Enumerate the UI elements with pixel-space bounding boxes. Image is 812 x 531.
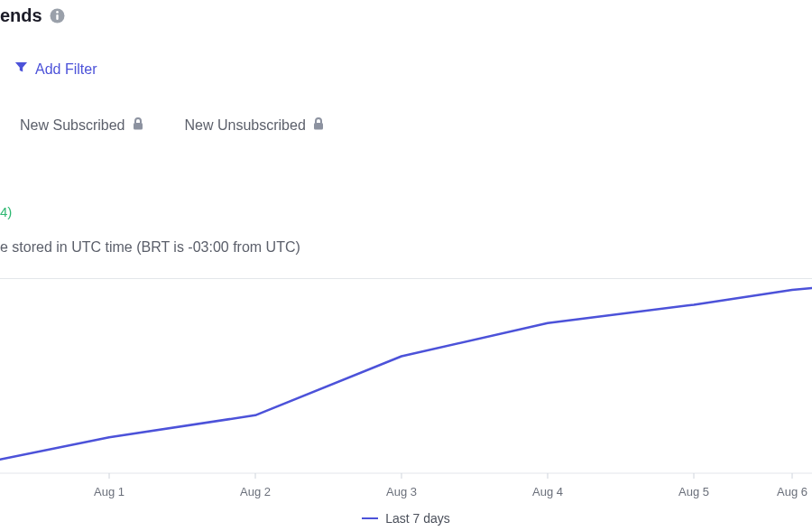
chart-area: Aug 1Aug 2Aug 3Aug 4Aug 5Aug 6 bbox=[0, 278, 812, 488]
chart-legend: Last 7 days bbox=[0, 511, 812, 526]
x-axis-label: Aug 2 bbox=[240, 485, 271, 498]
line-chart bbox=[0, 279, 812, 489]
tab-new-unsubscribed[interactable]: New Unsubscribed bbox=[185, 117, 324, 134]
lock-icon bbox=[313, 117, 324, 134]
svg-rect-1 bbox=[56, 14, 58, 20]
legend-label: Last 7 days bbox=[385, 511, 450, 526]
info-icon[interactable] bbox=[50, 8, 66, 24]
svg-point-2 bbox=[56, 11, 59, 14]
tab-new-subscribed[interactable]: New Subscribed bbox=[20, 117, 143, 134]
filter-icon bbox=[14, 61, 28, 78]
lock-icon bbox=[133, 117, 143, 134]
x-axis-label: Aug 6 bbox=[777, 485, 807, 498]
page-title-text: ends bbox=[0, 5, 42, 26]
add-filter-label: Add Filter bbox=[35, 61, 97, 78]
timezone-note: e stored in UTC time (BRT is -03:00 from… bbox=[0, 239, 812, 256]
svg-rect-4 bbox=[314, 123, 323, 130]
page-title: ends bbox=[0, 0, 812, 26]
svg-rect-3 bbox=[134, 123, 143, 130]
x-axis-label: Aug 5 bbox=[678, 485, 709, 498]
x-axis-label: Aug 1 bbox=[94, 485, 125, 498]
x-axis-labels: Aug 1Aug 2Aug 3Aug 4Aug 5Aug 6 bbox=[0, 485, 812, 501]
x-axis-label: Aug 3 bbox=[386, 485, 417, 498]
metric-tabs: New Subscribed New Unsubscribed bbox=[0, 117, 812, 134]
page-root: ends Add Filter New Subscribed bbox=[0, 0, 812, 531]
x-axis-label: Aug 4 bbox=[532, 485, 563, 498]
add-filter-button[interactable]: Add Filter bbox=[14, 61, 97, 78]
chart-series-line bbox=[0, 288, 812, 460]
legend-swatch bbox=[362, 517, 378, 519]
filter-bar: Add Filter bbox=[0, 61, 812, 78]
tab-label: New Unsubscribed bbox=[185, 117, 306, 134]
delta-value: 4) bbox=[0, 204, 812, 219]
tab-label: New Subscribed bbox=[20, 117, 125, 134]
